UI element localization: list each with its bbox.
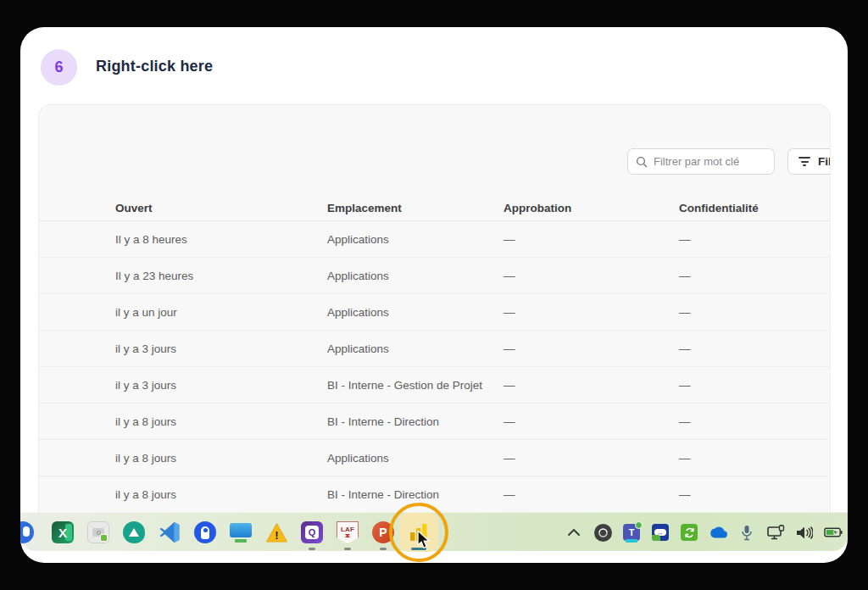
cell-ouvert: il y a un jour: [115, 306, 327, 319]
table-row[interactable]: il y a 3 jours Applications — —: [39, 331, 830, 367]
teams-icon[interactable]: T: [622, 523, 641, 542]
table-header-row: Ouvert Emplacement Approbation Confident…: [39, 196, 830, 221]
cell-emplacement: BI - Interne - Direction: [327, 415, 504, 428]
laf-app-icon[interactable]: LAF: [336, 520, 359, 544]
svg-text:!: !: [275, 529, 278, 542]
cell-approbation: —: [504, 452, 679, 465]
security-icon[interactable]: [593, 523, 612, 542]
cell-emplacement: Applications: [327, 342, 504, 355]
table-body: Il y a 8 heures Applications — — Il y a …: [39, 221, 830, 513]
step-title: Right-click here: [96, 58, 213, 75]
cell-confidentialite: —: [679, 306, 830, 319]
filters-button[interactable]: Filt: [787, 148, 831, 175]
table-row[interactable]: il y a 8 jours BI - Interne - Direction …: [39, 476, 830, 513]
cell-confidentialite: —: [679, 270, 830, 282]
table-row[interactable]: il y a 3 jours BI - Interne - Gestion de…: [39, 367, 830, 404]
cell-confidentialite: —: [679, 233, 830, 246]
teamviewer-icon[interactable]: ↔: [651, 523, 670, 542]
mouse-cursor: [416, 531, 431, 549]
tutorial-step-card: 6 Right-click here Filtrer par mot clé F…: [20, 27, 848, 563]
column-header-confidentialite: Confidentialité: [679, 202, 830, 214]
show-hidden-icons-chevron[interactable]: [565, 523, 583, 542]
funnel-icon: [798, 157, 810, 166]
column-header-approbation: Approbation: [504, 202, 679, 214]
cell-approbation: —: [504, 379, 679, 392]
table-row[interactable]: il y a 8 jours BI - Interne - Direction …: [39, 404, 830, 440]
taskbar-app-icons: X: [20, 513, 431, 552]
cell-confidentialite: —: [679, 415, 830, 428]
cell-ouvert: il y a 3 jours: [115, 379, 327, 392]
company-portal-icon[interactable]: [122, 520, 146, 544]
windows-taskbar: X: [20, 512, 848, 551]
powerpoint-icon[interactable]: P: [371, 520, 395, 544]
table-row[interactable]: il y a un jour Applications — —: [39, 294, 830, 331]
cell-approbation: —: [504, 415, 679, 428]
microphone-icon[interactable]: [737, 523, 756, 542]
cell-ouvert: il y a 8 jours: [115, 452, 327, 465]
cell-ouvert: Il y a 23 heures: [115, 270, 327, 282]
cell-approbation: —: [504, 233, 679, 246]
column-header-emplacement: Emplacement: [327, 202, 504, 214]
keyword-filter-input[interactable]: Filtrer par mot clé: [627, 148, 775, 175]
cell-ouvert: il y a 8 jours: [115, 488, 327, 501]
cell-ouvert: Il y a 8 heures: [115, 233, 327, 246]
cell-confidentialite: —: [679, 379, 830, 392]
cell-confidentialite: —: [679, 452, 830, 465]
system-tray: T ↔: [565, 513, 843, 552]
table-row[interactable]: Il y a 8 heures Applications — —: [39, 221, 830, 258]
running-indicator: [380, 548, 387, 550]
volume-icon[interactable]: [795, 523, 814, 542]
search-icon: [636, 156, 648, 168]
table-row[interactable]: il y a 8 jours Applications — —: [39, 440, 830, 476]
cell-emplacement: Applications: [327, 452, 504, 465]
cell-confidentialite: —: [679, 488, 830, 501]
column-header-ouvert: Ouvert: [115, 202, 327, 214]
cell-approbation: —: [504, 488, 679, 501]
step-number-badge: 6: [41, 49, 77, 86]
warning-icon[interactable]: !: [264, 520, 288, 544]
cell-approbation: —: [504, 270, 679, 282]
cell-emplacement: Applications: [327, 233, 504, 246]
app-content-panel: Filtrer par mot clé Filt Ouvert Emplacem…: [38, 104, 831, 528]
filter-placeholder: Filtrer par mot clé: [654, 155, 739, 168]
cell-emplacement: Applications: [327, 270, 504, 282]
display-connect-icon[interactable]: [766, 523, 785, 542]
q-app-icon[interactable]: Q: [300, 520, 324, 544]
table-row[interactable]: Il y a 23 heures Applications — —: [39, 258, 830, 294]
cell-ouvert: il y a 8 jours: [115, 415, 327, 428]
remote-tool-icon[interactable]: [86, 520, 110, 544]
cell-ouvert: il y a 3 jours: [115, 342, 327, 355]
cell-emplacement: BI - Interne - Direction: [327, 488, 504, 501]
cell-approbation: —: [504, 342, 679, 355]
cropped-pin-icon[interactable]: [20, 520, 39, 544]
battery-icon[interactable]: [824, 523, 843, 542]
key-app-icon[interactable]: [193, 520, 217, 544]
display-app-icon[interactable]: [229, 520, 253, 544]
cell-approbation: —: [504, 306, 679, 319]
excel-icon[interactable]: X: [51, 520, 75, 544]
cell-emplacement: Applications: [327, 306, 504, 319]
onedrive-icon[interactable]: [709, 523, 727, 542]
running-indicator: [344, 548, 351, 550]
cell-confidentialite: —: [679, 342, 830, 355]
vscode-icon[interactable]: [158, 520, 181, 544]
sync-icon[interactable]: [680, 523, 698, 542]
running-indicator: [309, 548, 315, 550]
power-bi-icon[interactable]: [407, 520, 431, 544]
cell-emplacement: BI - Interne - Gestion de Projet: [327, 379, 504, 392]
